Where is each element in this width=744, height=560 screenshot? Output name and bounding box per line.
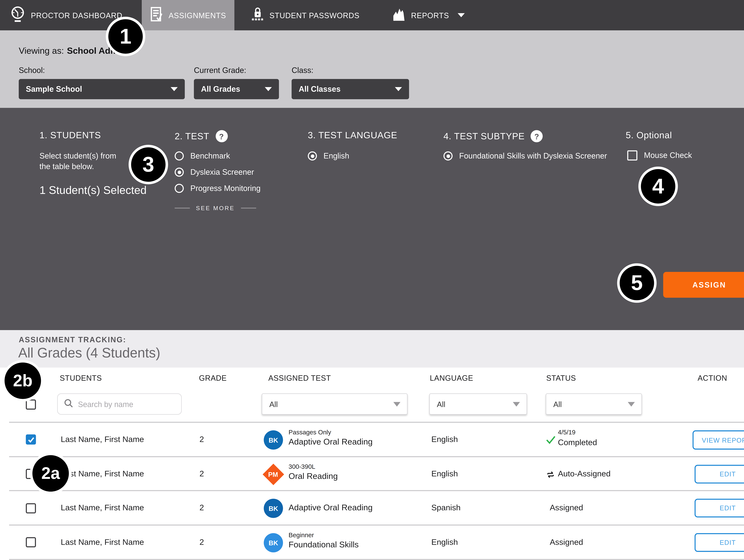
table-row: Last Name, First Name 2 BK Beginner Foun… xyxy=(0,525,744,560)
language-cell: Spanish xyxy=(432,503,461,512)
school-select[interactable]: Sample School xyxy=(19,79,185,99)
radio-dyslexia-screener[interactable]: Dyslexia Screener xyxy=(175,167,261,177)
step1-title: 1. STUDENTS xyxy=(39,130,101,141)
edit-button[interactable]: EDIT xyxy=(695,533,744,552)
assignment-table: STUDENTS GRADE ASSIGNED TEST LANGUAGE ST… xyxy=(0,368,744,560)
status-filter-select[interactable]: All xyxy=(546,394,642,415)
grade-select-value: All Grades xyxy=(201,84,240,94)
language-filter-select[interactable]: All xyxy=(429,394,527,415)
status-date: 4/5/19 xyxy=(558,429,575,436)
class-label: Class: xyxy=(292,66,313,75)
step1-hint: Select student(s) from the table below. xyxy=(39,150,116,172)
nav-reports-label: REPORTS xyxy=(411,11,449,20)
school-label: School: xyxy=(19,66,45,75)
school-select-value: Sample School xyxy=(26,84,82,94)
mouse-check-checkbox[interactable] xyxy=(627,150,637,160)
status-text: Assigned xyxy=(550,503,583,512)
language-cell: English xyxy=(432,538,458,547)
row-checkbox-checked[interactable] xyxy=(26,435,36,445)
view-report-button[interactable]: VIEW REPORT xyxy=(693,431,744,450)
class-select-caret-icon xyxy=(395,87,402,91)
school-select-caret-icon xyxy=(171,87,178,91)
viewing-as-prefix: Viewing as: xyxy=(19,45,64,56)
student-grade: 2 xyxy=(199,538,204,547)
grade-label: Current Grade: xyxy=(194,66,246,75)
nav-reports[interactable]: REPORTS xyxy=(393,0,465,30)
subtype-help-icon[interactable]: ? xyxy=(531,130,543,142)
completed-check-icon xyxy=(546,436,556,447)
gauge-icon xyxy=(10,6,25,25)
grade-select[interactable]: All Grades xyxy=(194,79,279,99)
test-badge-bk: BK xyxy=(264,533,283,552)
tracking-heading: ASSIGNMENT TRACKING: xyxy=(19,335,126,344)
see-more-link[interactable]: SEE MORE xyxy=(175,205,256,211)
search-input[interactable] xyxy=(78,400,175,408)
assigned-test-cell: Adaptive Oral Reading xyxy=(289,503,373,512)
row-divider xyxy=(9,525,744,526)
row-divider xyxy=(9,422,744,423)
table-row: Last Name, First Name 2 PM 300-390L Oral… xyxy=(0,457,744,491)
annotation-step-3: 3 xyxy=(128,145,168,184)
student-grade: 2 xyxy=(199,503,204,512)
nav-proctor-dashboard-label: PROCTOR DASHBOARD xyxy=(31,11,122,20)
nav-assignments-label: ASSIGNMENTS xyxy=(169,11,226,20)
edit-button[interactable]: EDIT xyxy=(695,499,744,517)
row-checkbox[interactable] xyxy=(26,503,36,514)
row-divider xyxy=(9,490,744,491)
step2-title: 2. TEST ? xyxy=(175,130,228,142)
selected-count: 1 Student(s) Selected xyxy=(39,184,147,197)
auto-assigned-repeat-icon xyxy=(546,471,555,481)
test-filter-select[interactable]: All xyxy=(262,394,408,415)
step4-title: 4. TEST SUBTYPE ? xyxy=(443,130,543,142)
status-text: Completed xyxy=(558,438,597,447)
radio-icon xyxy=(175,151,184,160)
nav-proctor-dashboard[interactable]: PROCTOR DASHBOARD xyxy=(10,0,122,30)
mouse-check-option[interactable]: Mouse Check xyxy=(627,150,692,160)
assigned-test-cell: 300-390L Oral Reading xyxy=(289,463,338,481)
radio-selected-icon xyxy=(443,151,452,160)
radio-progress-monitoring[interactable]: Progress Monitoring xyxy=(175,184,261,193)
language-cell: English xyxy=(432,435,458,444)
nav-student-passwords[interactable]: **** STUDENT PASSWORDS xyxy=(252,0,360,30)
lock-icon: **** xyxy=(252,7,264,24)
row-checkbox[interactable] xyxy=(26,537,36,547)
radio-foundational-skills[interactable]: Foundational Skills with Dyslexia Screen… xyxy=(443,151,607,160)
assignments-page: PROCTOR DASHBOARD ASSIGNMENTS xyxy=(0,0,744,560)
annotation-step-1: 1 xyxy=(106,17,145,56)
assigned-test-cell: Passages Only Adaptive Oral Reading xyxy=(289,429,373,447)
chart-icon xyxy=(393,7,406,23)
annotation-step-2a: 2a xyxy=(30,453,71,494)
row-divider xyxy=(9,559,744,560)
table-row: Last Name, First Name 2 BK Adaptive Oral… xyxy=(0,491,744,525)
select-caret-icon xyxy=(513,402,520,406)
table-filter-row: All All All xyxy=(0,393,744,422)
class-select-value: All Classes xyxy=(299,84,340,94)
reports-caret-icon xyxy=(458,13,465,17)
edit-button[interactable]: EDIT xyxy=(695,465,744,484)
test-badge-bk: BK xyxy=(264,499,283,518)
table-row: Last Name, First Name 2 BK Passages Only… xyxy=(0,423,744,457)
assigned-test-cell: Beginner Foundational Skills xyxy=(289,531,359,549)
nav-student-passwords-label: STUDENT PASSWORDS xyxy=(269,11,360,20)
nav-assignments[interactable]: ASSIGNMENTS xyxy=(142,0,234,30)
radio-benchmark[interactable]: Benchmark xyxy=(175,151,261,160)
col-language: LANGUAGE xyxy=(430,374,473,382)
student-name: Last Name, First Name xyxy=(61,503,144,512)
radio-english[interactable]: English xyxy=(308,151,349,160)
tracking-subheading: All Grades (4 Students) xyxy=(18,345,160,361)
language-cell: English xyxy=(432,470,458,479)
test-badge-pm: PM xyxy=(263,464,284,485)
see-more-rule xyxy=(175,208,190,209)
radio-icon xyxy=(175,184,184,193)
assign-button[interactable]: ASSIGN xyxy=(663,272,744,298)
test-help-icon[interactable]: ? xyxy=(216,130,228,142)
student-name: Last Name, First Name xyxy=(61,470,144,479)
col-grade: GRADE xyxy=(199,374,227,382)
class-select[interactable]: All Classes xyxy=(292,79,409,99)
annotation-step-2b: 2b xyxy=(2,360,44,402)
password-stars: **** xyxy=(252,17,264,24)
test-badge-bk: BK xyxy=(264,431,283,450)
status-text: Auto-Assigned xyxy=(558,470,610,479)
student-grade: 2 xyxy=(199,435,204,444)
col-action: ACTION xyxy=(698,374,727,382)
